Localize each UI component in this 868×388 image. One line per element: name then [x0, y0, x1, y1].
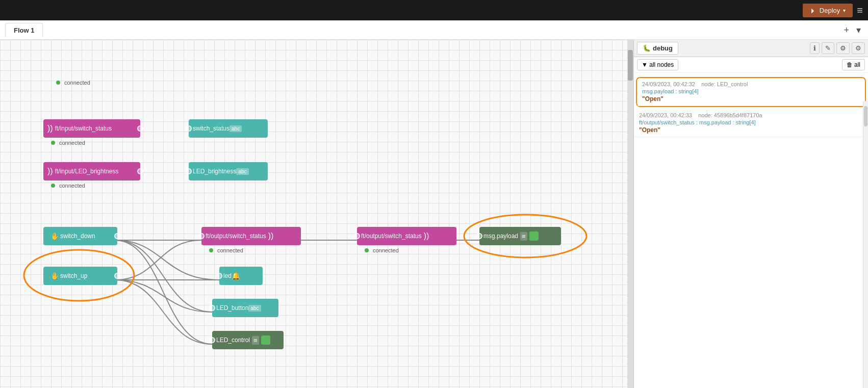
node-msg-payload-label: msg.payload — [483, 232, 518, 240]
node-switch-status[interactable]: switch_status abc — [189, 119, 268, 138]
port-left-switch-status[interactable] — [186, 125, 192, 132]
node-switch-up[interactable]: ✋ switch_up — [43, 267, 117, 285]
mqtt-out-icon: )) — [268, 231, 274, 241]
hand-icon-down: ✋ — [50, 232, 59, 240]
clear-all-filter[interactable]: 🗑 all — [842, 59, 865, 70]
node-mqtt-out-switch2[interactable]: ft/output/switch_status )) — [357, 227, 456, 245]
debug-message-1[interactable]: 24/09/2023, 00:42:32 node: LED_control m… — [637, 78, 865, 106]
node-mqtt-out-label: ft/output/switch_status — [206, 232, 266, 240]
hand-icon-up: ✋ — [50, 272, 59, 280]
port-left-led-control[interactable] — [209, 337, 215, 343]
node-led-label: led — [223, 272, 232, 279]
orange-circles-svg — [0, 40, 633, 388]
dot-out — [209, 248, 213, 252]
list-icon-msg: ≡ — [520, 232, 527, 241]
msg2-property: ft/output/switch_status : msg.payload : … — [639, 119, 863, 125]
msg1-node: node: LED_control — [701, 81, 748, 87]
sidebar-filter-bar: ▼ all nodes 🗑 all — [634, 57, 868, 73]
node-switch-down[interactable]: ✋ switch_down — [43, 227, 117, 245]
port-right-switch-down[interactable] — [114, 233, 120, 239]
node-led-control[interactable]: LED_control ≡ — [212, 331, 284, 349]
msg2-prop-text: ft/output/switch_status : msg.payload : … — [639, 119, 756, 125]
mqtt-out2-icon: )) — [424, 231, 429, 241]
add-tab-button[interactable]: + — [841, 24, 851, 36]
main-layout: connected )) ft/input/switch_status conn… — [0, 40, 868, 388]
dot-led-brightness — [51, 184, 55, 188]
connected-status-out2: connected — [365, 247, 399, 253]
sidebar-scrollbar[interactable] — [863, 101, 868, 388]
debug-sidebar: 🐛 debug ℹ ✎ ⚙ ⚙ ▼ all nodes 🗑 all — [633, 40, 868, 388]
clear-label: 🗑 all — [847, 61, 860, 68]
menu-button[interactable]: ≡ — [857, 5, 863, 15]
node-led[interactable]: led 🔔 — [219, 267, 263, 285]
msg2-timestamp: 24/09/2023, 00:42:33 — [639, 112, 692, 118]
port-left-mqtt-out2[interactable] — [354, 233, 360, 239]
node-msg-payload[interactable]: msg.payload ≡ — [479, 227, 561, 245]
canvas-scrollbar[interactable] — [627, 40, 633, 388]
connected-status-top: connected — [56, 80, 90, 86]
msg1-value: "Open" — [642, 95, 860, 102]
info-btn[interactable]: ℹ — [810, 42, 820, 54]
mqtt-icon-switch: )) — [47, 124, 53, 133]
list-icon-led-control: ≡ — [252, 336, 259, 345]
mqtt-icon-led: )) — [47, 167, 53, 176]
msg1-timestamp: 24/09/2023, 00:42:32 — [642, 81, 695, 87]
tab-dropdown-button[interactable]: ▾ — [854, 24, 863, 36]
node-led-control-label: LED_control — [216, 337, 250, 344]
dot-out2 — [365, 248, 369, 252]
port-right-mqtt-switch[interactable] — [137, 125, 143, 132]
node-mqtt-out2-label: ft/output/switch_status — [361, 232, 422, 240]
scroll-thumb[interactable] — [628, 50, 633, 81]
node-led-brightness[interactable]: LED_brightness abc — [189, 162, 268, 180]
settings-btn[interactable]: ⚙ — [852, 42, 865, 54]
green-sq-led-control — [261, 335, 270, 345]
sidebar-tab-debug[interactable]: 🐛 debug — [637, 42, 678, 55]
port-left-msg-payload[interactable] — [476, 233, 482, 239]
connected-label-top: connected — [64, 80, 90, 86]
connected-out: connected — [217, 247, 243, 253]
connected-status-switch: connected — [51, 140, 85, 146]
tab-flow1[interactable]: Flow 1 — [5, 23, 43, 37]
port-left-mqtt-out[interactable] — [198, 233, 205, 239]
deploy-button[interactable]: ⏵ Deploy ▾ — [803, 4, 853, 17]
connected-status-out: connected — [209, 247, 243, 253]
node-mqtt-switch-status[interactable]: )) ft/input/switch_status — [43, 119, 140, 138]
badge-abc-led-brightness: abc — [236, 168, 248, 175]
port-right-mqtt-led[interactable] — [137, 168, 143, 174]
sidebar-scroll-thumb[interactable] — [864, 106, 867, 126]
msg1-property: msg.payload : string[4] — [642, 88, 860, 94]
tab-actions: + ▾ — [841, 24, 863, 36]
node-mqtt-switch-status-label: ft/input/switch_status — [55, 125, 112, 132]
badge-abc-led-button: abc — [248, 305, 261, 312]
msg2-header: 24/09/2023, 00:42:33 node: 45896b5d4f871… — [639, 112, 863, 118]
port-left-led[interactable] — [216, 273, 222, 279]
port-right-switch-up[interactable] — [114, 273, 120, 279]
all-nodes-filter[interactable]: ▼ all nodes — [637, 59, 678, 70]
port-left-led-brightness[interactable] — [186, 168, 192, 174]
msg1-prop-text: msg.payload : string[4] — [642, 88, 699, 94]
edit-btn[interactable]: ✎ — [822, 42, 834, 54]
tab-flow1-label: Flow 1 — [14, 27, 34, 34]
node-led-button[interactable]: LED_button abc — [212, 299, 278, 317]
topbar: ⏵ Deploy ▾ ≡ — [0, 0, 868, 20]
node-mqtt-out-switch[interactable]: ft/output/switch_status )) — [201, 227, 301, 245]
status-dot-top — [56, 81, 60, 85]
msg2-val-text: "Open" — [639, 126, 660, 134]
port-left-led-button[interactable] — [209, 305, 215, 311]
flow-canvas[interactable]: connected )) ft/input/switch_status conn… — [0, 40, 633, 388]
filter-label: ▼ all nodes — [642, 61, 674, 68]
msg1-header: 24/09/2023, 00:42:32 node: LED_control — [642, 81, 860, 87]
debug-message-2[interactable]: 24/09/2023, 00:42:33 node: 45896b5d4f871… — [634, 109, 868, 137]
wire-svg — [0, 40, 633, 388]
badge-abc-switch: abc — [229, 125, 242, 132]
node-switch-up-label: switch_up — [60, 272, 87, 279]
node-mqtt-led-brightness[interactable]: )) ft/input/LED_brightness — [43, 162, 140, 180]
node-switch-down-label: switch_down — [60, 232, 95, 240]
dot-switch — [51, 141, 55, 145]
bell-icon: 🔔 — [232, 272, 240, 280]
config-btn[interactable]: ⚙ — [836, 42, 850, 54]
debug-messages-panel: 24/09/2023, 00:42:32 node: LED_control m… — [634, 73, 868, 388]
node-mqtt-led-label: ft/input/LED_brightness — [55, 168, 119, 175]
connected-status-led-brightness: connected — [51, 183, 85, 189]
tabbar: Flow 1 + ▾ — [0, 20, 868, 40]
